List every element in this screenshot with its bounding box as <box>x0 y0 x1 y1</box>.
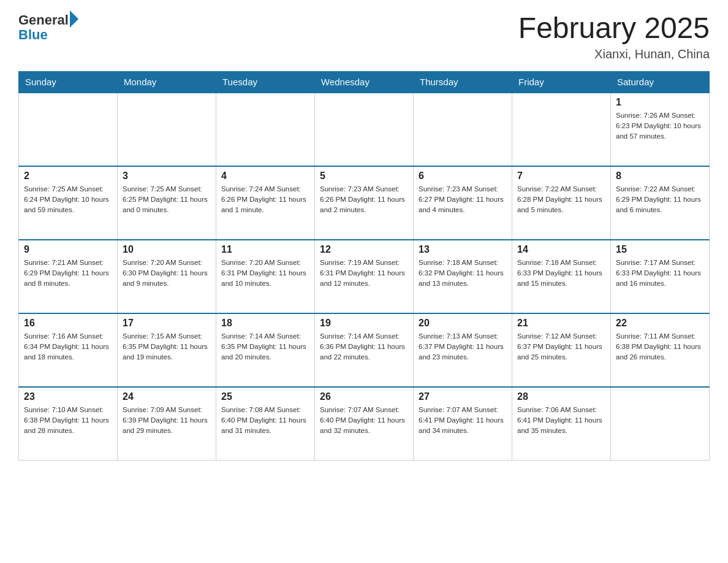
week-row-2: 2Sunrise: 7:25 AM Sunset: 6:24 PM Daylig… <box>19 166 710 240</box>
day-number: 23 <box>24 391 112 402</box>
header-tuesday: Tuesday <box>216 71 315 93</box>
day-number: 22 <box>616 318 704 329</box>
day-cell: 5Sunrise: 7:23 AM Sunset: 6:26 PM Daylig… <box>315 166 414 240</box>
day-info: Sunrise: 7:24 AM Sunset: 6:26 PM Dayligh… <box>221 184 309 216</box>
day-cell: 6Sunrise: 7:23 AM Sunset: 6:27 PM Daylig… <box>414 166 512 240</box>
day-number: 9 <box>24 244 112 255</box>
day-info: Sunrise: 7:20 AM Sunset: 6:31 PM Dayligh… <box>221 258 309 289</box>
day-cell: 19Sunrise: 7:14 AM Sunset: 6:36 PM Dayli… <box>315 313 414 387</box>
day-number: 26 <box>320 391 408 402</box>
day-number: 2 <box>24 170 112 182</box>
day-info: Sunrise: 7:19 AM Sunset: 6:31 PM Dayligh… <box>320 258 408 289</box>
day-info: Sunrise: 7:07 AM Sunset: 6:41 PM Dayligh… <box>419 405 507 437</box>
day-info: Sunrise: 7:21 AM Sunset: 6:29 PM Dayligh… <box>24 258 112 289</box>
day-number: 3 <box>123 170 211 182</box>
day-number: 18 <box>221 318 309 329</box>
day-number: 13 <box>419 244 507 255</box>
day-info: Sunrise: 7:17 AM Sunset: 6:33 PM Dayligh… <box>616 258 704 289</box>
day-number: 7 <box>517 170 605 182</box>
day-cell: 16Sunrise: 7:16 AM Sunset: 6:34 PM Dayli… <box>19 313 118 387</box>
day-number: 14 <box>517 244 605 255</box>
day-cell: 9Sunrise: 7:21 AM Sunset: 6:29 PM Daylig… <box>19 240 118 313</box>
logo-general-text: General <box>18 12 69 28</box>
header-sunday: Sunday <box>19 71 118 93</box>
day-info: Sunrise: 7:26 AM Sunset: 6:23 PM Dayligh… <box>616 110 704 142</box>
day-info: Sunrise: 7:23 AM Sunset: 6:27 PM Dayligh… <box>419 184 507 216</box>
day-cell: 1Sunrise: 7:26 AM Sunset: 6:23 PM Daylig… <box>611 93 710 166</box>
day-cell: 27Sunrise: 7:07 AM Sunset: 6:41 PM Dayli… <box>414 387 512 461</box>
day-number: 10 <box>123 244 211 255</box>
day-info: Sunrise: 7:18 AM Sunset: 6:32 PM Dayligh… <box>419 258 507 289</box>
day-number: 20 <box>419 318 507 329</box>
day-info: Sunrise: 7:14 AM Sunset: 6:35 PM Dayligh… <box>221 331 309 363</box>
day-number: 28 <box>517 391 605 402</box>
header-monday: Monday <box>118 71 216 93</box>
day-number: 11 <box>221 244 309 255</box>
day-info: Sunrise: 7:08 AM Sunset: 6:40 PM Dayligh… <box>221 405 309 437</box>
day-cell: 25Sunrise: 7:08 AM Sunset: 6:40 PM Dayli… <box>216 387 315 461</box>
day-info: Sunrise: 7:11 AM Sunset: 6:38 PM Dayligh… <box>616 331 704 363</box>
week-row-1: 1Sunrise: 7:26 AM Sunset: 6:23 PM Daylig… <box>19 93 710 166</box>
page-header: General Blue February 2025 Xianxi, Hunan… <box>18 12 710 61</box>
day-number: 4 <box>221 170 309 182</box>
day-info: Sunrise: 7:12 AM Sunset: 6:37 PM Dayligh… <box>517 331 605 363</box>
day-cell <box>414 93 512 166</box>
header-wednesday: Wednesday <box>315 71 414 93</box>
day-cell: 12Sunrise: 7:19 AM Sunset: 6:31 PM Dayli… <box>315 240 414 313</box>
day-info: Sunrise: 7:09 AM Sunset: 6:39 PM Dayligh… <box>123 405 211 437</box>
week-row-4: 16Sunrise: 7:16 AM Sunset: 6:34 PM Dayli… <box>19 313 710 387</box>
day-number: 5 <box>320 170 408 182</box>
day-cell <box>118 93 216 166</box>
day-number: 15 <box>616 244 704 255</box>
day-info: Sunrise: 7:22 AM Sunset: 6:29 PM Dayligh… <box>616 184 704 216</box>
logo: General Blue <box>18 12 78 43</box>
day-cell: 11Sunrise: 7:20 AM Sunset: 6:31 PM Dayli… <box>216 240 315 313</box>
weekday-header-row: Sunday Monday Tuesday Wednesday Thursday… <box>19 71 710 93</box>
day-info: Sunrise: 7:22 AM Sunset: 6:28 PM Dayligh… <box>517 184 605 216</box>
day-cell: 18Sunrise: 7:14 AM Sunset: 6:35 PM Dayli… <box>216 313 315 387</box>
day-info: Sunrise: 7:07 AM Sunset: 6:40 PM Dayligh… <box>320 405 408 437</box>
calendar-table: Sunday Monday Tuesday Wednesday Thursday… <box>18 71 710 461</box>
day-info: Sunrise: 7:18 AM Sunset: 6:33 PM Dayligh… <box>517 258 605 289</box>
header-thursday: Thursday <box>414 71 512 93</box>
day-info: Sunrise: 7:06 AM Sunset: 6:41 PM Dayligh… <box>517 405 605 437</box>
day-info: Sunrise: 7:20 AM Sunset: 6:30 PM Dayligh… <box>123 258 211 289</box>
header-friday: Friday <box>512 71 611 93</box>
day-cell: 21Sunrise: 7:12 AM Sunset: 6:37 PM Dayli… <box>512 313 611 387</box>
day-cell: 28Sunrise: 7:06 AM Sunset: 6:41 PM Dayli… <box>512 387 611 461</box>
day-info: Sunrise: 7:13 AM Sunset: 6:37 PM Dayligh… <box>419 331 507 363</box>
day-info: Sunrise: 7:14 AM Sunset: 6:36 PM Dayligh… <box>320 331 408 363</box>
day-cell: 13Sunrise: 7:18 AM Sunset: 6:32 PM Dayli… <box>414 240 512 313</box>
day-cell: 26Sunrise: 7:07 AM Sunset: 6:40 PM Dayli… <box>315 387 414 461</box>
day-cell <box>512 93 611 166</box>
day-cell: 4Sunrise: 7:24 AM Sunset: 6:26 PM Daylig… <box>216 166 315 240</box>
day-number: 19 <box>320 318 408 329</box>
day-number: 6 <box>419 170 507 182</box>
day-cell: 14Sunrise: 7:18 AM Sunset: 6:33 PM Dayli… <box>512 240 611 313</box>
title-section: February 2025 Xianxi, Hunan, China <box>518 12 710 61</box>
day-number: 25 <box>221 391 309 402</box>
logo-blue-text: Blue <box>18 27 48 43</box>
location-subtitle: Xianxi, Hunan, China <box>518 47 710 61</box>
header-saturday: Saturday <box>611 71 710 93</box>
day-cell <box>216 93 315 166</box>
day-number: 1 <box>616 97 704 108</box>
day-cell: 10Sunrise: 7:20 AM Sunset: 6:30 PM Dayli… <box>118 240 216 313</box>
day-cell: 2Sunrise: 7:25 AM Sunset: 6:24 PM Daylig… <box>19 166 118 240</box>
day-cell: 3Sunrise: 7:25 AM Sunset: 6:25 PM Daylig… <box>118 166 216 240</box>
day-cell: 8Sunrise: 7:22 AM Sunset: 6:29 PM Daylig… <box>611 166 710 240</box>
day-info: Sunrise: 7:23 AM Sunset: 6:26 PM Dayligh… <box>320 184 408 216</box>
month-year-title: February 2025 <box>518 12 710 45</box>
day-info: Sunrise: 7:25 AM Sunset: 6:25 PM Dayligh… <box>123 184 211 216</box>
day-info: Sunrise: 7:16 AM Sunset: 6:34 PM Dayligh… <box>24 331 112 363</box>
day-info: Sunrise: 7:25 AM Sunset: 6:24 PM Dayligh… <box>24 184 112 216</box>
day-number: 16 <box>24 318 112 329</box>
day-number: 8 <box>616 170 704 182</box>
day-cell: 7Sunrise: 7:22 AM Sunset: 6:28 PM Daylig… <box>512 166 611 240</box>
day-cell: 22Sunrise: 7:11 AM Sunset: 6:38 PM Dayli… <box>611 313 710 387</box>
day-cell: 20Sunrise: 7:13 AM Sunset: 6:37 PM Dayli… <box>414 313 512 387</box>
day-number: 27 <box>419 391 507 402</box>
day-number: 21 <box>517 318 605 329</box>
day-cell: 15Sunrise: 7:17 AM Sunset: 6:33 PM Dayli… <box>611 240 710 313</box>
week-row-3: 9Sunrise: 7:21 AM Sunset: 6:29 PM Daylig… <box>19 240 710 313</box>
